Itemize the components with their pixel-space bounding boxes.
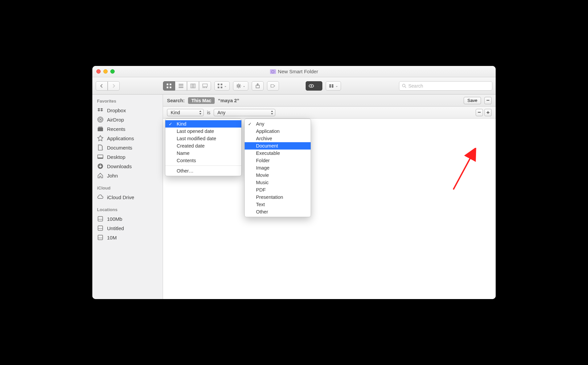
title-wrap: New Smart Folder: [270, 69, 318, 74]
sidebar-item-label: 10M: [107, 235, 117, 240]
view-gallery-button[interactable]: [199, 81, 211, 91]
search-scope-bar: Search: This Mac “maya 2” Save −: [163, 95, 496, 107]
menu-item-pdf[interactable]: PDF: [245, 186, 311, 193]
scope-folder[interactable]: “maya 2”: [218, 98, 239, 103]
criteria-value-popup[interactable]: Any: [214, 109, 275, 116]
sidebar-item-label: AirDrop: [107, 117, 124, 123]
sidebar-item-disk2[interactable]: Untitled: [92, 223, 163, 233]
svg-point-21: [311, 85, 312, 87]
sidebar-item-home[interactable]: John: [92, 171, 163, 180]
svg-rect-26: [98, 128, 103, 131]
add-criteria-button[interactable]: +: [484, 109, 492, 116]
svg-rect-34: [98, 228, 103, 229]
menu-item-name[interactable]: Name: [165, 150, 241, 157]
menu-item-executable[interactable]: Executable: [245, 150, 311, 157]
menu-item-image[interactable]: Image: [245, 164, 311, 172]
svg-rect-12: [204, 87, 205, 88]
dropbox-toolbar-button[interactable]: ⌄: [326, 81, 341, 91]
menu-item-other[interactable]: Other…: [165, 167, 241, 175]
view-list-button[interactable]: [175, 81, 187, 91]
svg-rect-17: [221, 87, 222, 88]
search-container[interactable]: [399, 81, 492, 91]
sidebar-item-label: Dropbox: [107, 108, 126, 113]
svg-rect-10: [203, 84, 207, 87]
toolbar: ⌄ ⌄ ⌄ ⌄: [92, 77, 496, 95]
dropbox-icon: [97, 107, 104, 114]
titlebar: New Smart Folder: [92, 66, 496, 77]
smart-folder-icon: [270, 69, 276, 74]
view-icon-button[interactable]: [163, 81, 175, 91]
save-button[interactable]: Save: [464, 97, 481, 104]
sidebar-header-icloud: iCloud: [92, 185, 163, 192]
sidebar-item-recents[interactable]: Recents: [92, 124, 163, 134]
menu-item-folder[interactable]: Folder: [245, 157, 311, 164]
sidebar-item-dropbox[interactable]: Dropbox: [92, 106, 163, 115]
svg-rect-8: [192, 84, 194, 88]
svg-point-18: [238, 85, 240, 87]
menu-item-music[interactable]: Music: [245, 179, 311, 186]
svg-rect-31: [98, 216, 103, 221]
sidebar-item-airdrop[interactable]: AirDrop: [92, 115, 163, 124]
window-title: New Smart Folder: [278, 69, 318, 74]
sidebar-item-downloads[interactable]: Downloads: [92, 162, 163, 171]
sidebar-item-label: Applications: [107, 136, 134, 141]
groupby-button[interactable]: ⌄: [214, 81, 230, 91]
svg-rect-9: [194, 84, 195, 88]
downloads-icon: [97, 163, 104, 170]
menu-item-other-kind[interactable]: Other: [245, 208, 311, 215]
menu-item-movie[interactable]: Movie: [245, 172, 311, 179]
svg-rect-3: [170, 87, 171, 88]
action-button[interactable]: ⌄: [233, 81, 248, 91]
share-button[interactable]: [252, 81, 264, 91]
search-input[interactable]: [408, 83, 489, 89]
search-icon: [402, 84, 406, 88]
sidebar-item-disk3[interactable]: 10M: [92, 233, 163, 242]
menu-item-presentation[interactable]: Presentation: [245, 193, 311, 201]
svg-rect-32: [98, 219, 103, 219]
privacy-button[interactable]: ⌄: [306, 81, 322, 91]
finder-window: New Smart Folder: [92, 66, 496, 299]
svg-rect-0: [167, 84, 168, 85]
svg-rect-14: [218, 84, 219, 85]
menu-item-kind[interactable]: ✓Kind: [165, 120, 241, 128]
sidebar: Favorites Dropbox AirDrop Recents Applic…: [92, 95, 163, 299]
svg-rect-13: [206, 87, 207, 88]
menu-item-document[interactable]: Document: [245, 142, 311, 150]
back-button[interactable]: [96, 81, 108, 91]
menu-item-text[interactable]: Text: [245, 201, 311, 208]
remove-search-button[interactable]: −: [484, 97, 492, 104]
kind-menu: ✓Any Application Archive Document Execut…: [244, 119, 311, 217]
criteria-attribute-popup[interactable]: Kind: [167, 109, 204, 116]
menu-item-contents[interactable]: Contents: [165, 157, 241, 164]
sidebar-item-label: Downloads: [107, 164, 132, 169]
menu-item-application[interactable]: Application: [245, 128, 311, 135]
menu-item-any[interactable]: ✓Any: [245, 120, 311, 128]
sidebar-header-locations: Locations: [92, 206, 163, 214]
menu-item-createddate[interactable]: Created date: [165, 142, 241, 150]
sidebar-item-documents[interactable]: Documents: [92, 143, 163, 152]
documents-icon: [97, 144, 104, 151]
svg-rect-4: [179, 84, 183, 85]
tags-button[interactable]: [267, 81, 279, 91]
icloud-icon: [97, 194, 104, 200]
sidebar-item-disk1[interactable]: 100Mb: [92, 214, 163, 223]
minimize-button[interactable]: [103, 69, 108, 74]
sidebar-item-applications[interactable]: Applications: [92, 134, 163, 143]
menu-item-lastmodified[interactable]: Last modified date: [165, 135, 241, 142]
sidebar-item-icloud[interactable]: iCloud Drive: [92, 192, 163, 202]
scope-this-mac[interactable]: This Mac: [188, 97, 215, 104]
close-button[interactable]: [96, 69, 101, 74]
attribute-menu: ✓Kind Last opened date Last modified dat…: [165, 119, 242, 176]
zoom-button[interactable]: [110, 69, 115, 74]
sidebar-item-label: Documents: [107, 145, 132, 151]
remove-criteria-button[interactable]: −: [476, 109, 483, 116]
home-icon: [97, 172, 104, 179]
menu-item-lastopened[interactable]: Last opened date: [165, 128, 241, 135]
view-column-button[interactable]: [187, 81, 199, 91]
sidebar-item-label: Desktop: [107, 154, 125, 160]
svg-rect-35: [98, 235, 103, 240]
sidebar-item-desktop[interactable]: Desktop: [92, 152, 163, 162]
menu-item-archive[interactable]: Archive: [245, 135, 311, 142]
forward-button[interactable]: [108, 81, 120, 91]
svg-rect-11: [203, 87, 204, 88]
